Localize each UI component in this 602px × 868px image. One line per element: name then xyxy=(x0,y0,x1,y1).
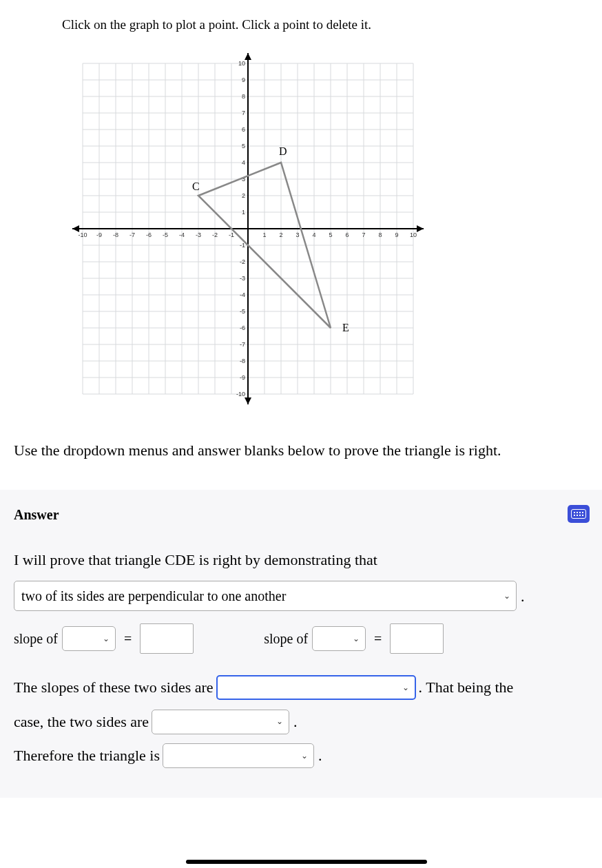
svg-text:6: 6 xyxy=(242,126,245,133)
svg-text:-4: -4 xyxy=(240,291,245,298)
graph-svg[interactable]: -10-9-8-7-6-5-4-3-2-1 12345678910 109876… xyxy=(72,53,424,404)
chevron-down-icon: ⌄ xyxy=(103,634,110,644)
svg-marker-44 xyxy=(245,53,251,60)
point-label-e: E xyxy=(342,322,349,333)
period-text: . xyxy=(318,743,322,768)
svg-text:-2: -2 xyxy=(240,258,245,265)
point-label-c: C xyxy=(192,180,200,192)
svg-text:-8: -8 xyxy=(113,231,118,238)
svg-text:9: 9 xyxy=(242,76,245,83)
svg-text:-6: -6 xyxy=(146,231,152,238)
slope-side-select-2[interactable]: ⌄ xyxy=(312,626,366,651)
svg-text:-4: -4 xyxy=(179,231,185,238)
slopes-relation-suffix: . That being the xyxy=(419,674,514,700)
svg-text:-5: -5 xyxy=(163,231,168,238)
proof-intro-text: I will prove that triangle CDE is right … xyxy=(14,547,377,572)
svg-text:1: 1 xyxy=(242,209,245,216)
equals-sign-1: = xyxy=(124,631,132,647)
svg-text:-7: -7 xyxy=(240,341,245,348)
chevron-down-icon: ⌄ xyxy=(276,714,283,728)
svg-text:-10: -10 xyxy=(78,231,87,238)
sides-relation-select[interactable]: ⌄ xyxy=(152,710,289,734)
proof-method-value: two of its sides are perpendicular to on… xyxy=(21,584,286,608)
triangle-type-select[interactable]: ⌄ xyxy=(163,743,314,768)
svg-text:-9: -9 xyxy=(96,231,102,238)
svg-text:10: 10 xyxy=(410,231,417,238)
svg-text:5: 5 xyxy=(329,231,332,238)
svg-text:-3: -3 xyxy=(196,231,201,238)
coordinate-graph[interactable]: -10-9-8-7-6-5-4-3-2-1 12345678910 109876… xyxy=(72,53,424,404)
svg-text:-2: -2 xyxy=(212,231,218,238)
keyboard-icon[interactable] xyxy=(568,505,590,523)
svg-text:4: 4 xyxy=(312,231,315,238)
slope-side-select-1[interactable]: ⌄ xyxy=(62,626,116,651)
svg-text:3: 3 xyxy=(295,231,299,238)
svg-marker-45 xyxy=(245,397,251,404)
chevron-down-icon: ⌄ xyxy=(504,589,510,603)
svg-marker-42 xyxy=(417,225,424,232)
slope-of-label-2: slope of xyxy=(264,631,308,647)
case-line-prefix: case, the two sides are xyxy=(14,709,149,734)
slopes-relation-prefix: The slopes of these two sides are xyxy=(14,674,214,700)
svg-text:7: 7 xyxy=(362,231,365,238)
svg-text:-7: -7 xyxy=(129,231,135,238)
proof-method-select[interactable]: two of its sides are perpendicular to on… xyxy=(14,581,517,611)
svg-text:-5: -5 xyxy=(240,308,245,315)
svg-text:8: 8 xyxy=(378,231,382,238)
answer-section: Answer I will prove that triangle CDE is… xyxy=(0,490,602,798)
therefore-prefix: Therefore the triangle is xyxy=(14,743,160,768)
svg-text:2: 2 xyxy=(279,231,282,238)
svg-text:-1: -1 xyxy=(229,231,234,238)
equals-sign-2: = xyxy=(374,631,382,647)
svg-text:8: 8 xyxy=(242,93,245,100)
svg-text:-3: -3 xyxy=(240,275,245,282)
svg-text:-6: -6 xyxy=(240,324,245,331)
svg-text:-10: -10 xyxy=(236,391,245,397)
svg-text:2: 2 xyxy=(242,192,245,199)
chevron-down-icon: ⌄ xyxy=(402,681,409,694)
period-text: . xyxy=(293,709,298,734)
chevron-down-icon: ⌄ xyxy=(353,634,360,644)
period-text: . xyxy=(521,583,525,609)
svg-text:-9: -9 xyxy=(240,374,245,381)
slopes-relation-select[interactable]: ⌄ xyxy=(216,675,416,700)
slope-value-input-2[interactable] xyxy=(390,623,444,654)
svg-text:7: 7 xyxy=(242,110,245,116)
chevron-down-icon: ⌄ xyxy=(301,749,308,763)
svg-text:10: 10 xyxy=(238,60,245,67)
svg-text:4: 4 xyxy=(242,159,245,166)
prompt-text: Use the dropdown menus and answer blanks… xyxy=(14,439,588,462)
instruction-text: Click on the graph to plot a point. Clic… xyxy=(62,17,588,32)
svg-text:1: 1 xyxy=(262,231,266,238)
slope-value-input-1[interactable] xyxy=(140,623,194,654)
svg-text:-8: -8 xyxy=(240,358,245,364)
answer-header: Answer xyxy=(14,507,588,523)
svg-text:5: 5 xyxy=(242,143,245,149)
slope-of-label-1: slope of xyxy=(14,631,58,647)
point-label-d: D xyxy=(279,145,287,157)
svg-text:6: 6 xyxy=(345,231,349,238)
svg-text:9: 9 xyxy=(395,231,398,238)
